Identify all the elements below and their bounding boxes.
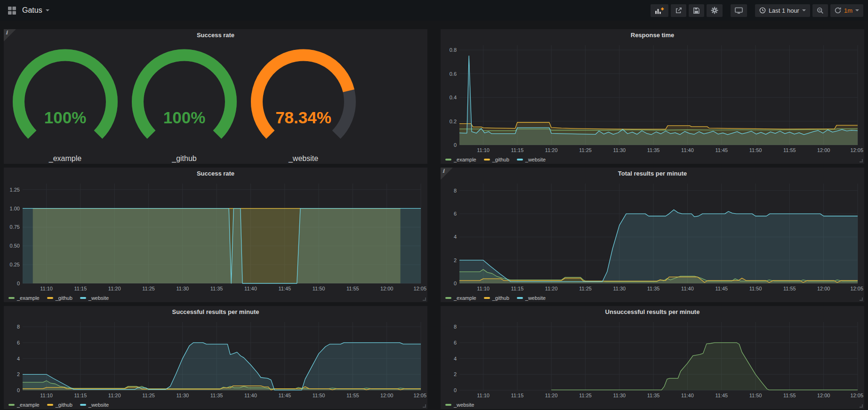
- svg-text:11:20: 11:20: [545, 286, 558, 291]
- svg-text:11:25: 11:25: [142, 393, 155, 398]
- legend-item-_example[interactable]: _example: [445, 295, 476, 301]
- resize-handle[interactable]: [860, 404, 863, 408]
- add-panel-button[interactable]: [651, 4, 668, 17]
- svg-text:8: 8: [454, 188, 457, 193]
- svg-text:11:30: 11:30: [176, 393, 189, 398]
- svg-text:0.6: 0.6: [450, 71, 457, 77]
- svg-text:0: 0: [17, 387, 20, 393]
- legend-item-_example[interactable]: _example: [445, 157, 476, 162]
- legend-item-_website[interactable]: _website: [517, 157, 546, 162]
- gauge-_example[interactable]: 100%_example: [6, 41, 125, 163]
- total-results-chart[interactable]: 11:1011:1511:2011:2511:3011:3511:4011:45…: [441, 180, 864, 293]
- settings-button[interactable]: [707, 4, 723, 17]
- svg-text:6: 6: [17, 340, 20, 346]
- gauge-value: 100%: [44, 108, 87, 127]
- svg-text:11:20: 11:20: [545, 147, 558, 153]
- panel-title[interactable]: Total results per minute: [441, 168, 864, 180]
- refresh-interval-label: 1m: [844, 7, 852, 14]
- svg-text:11:40: 11:40: [681, 286, 694, 291]
- legend-item-_website[interactable]: _website: [80, 402, 109, 408]
- svg-text:11:40: 11:40: [681, 147, 694, 153]
- resize-handle[interactable]: [423, 404, 426, 408]
- zoom-out-button[interactable]: [812, 4, 828, 17]
- gauge-label: _example: [6, 154, 125, 163]
- legend-swatch: [80, 297, 86, 299]
- legend-item-_github[interactable]: _github: [47, 402, 72, 408]
- panel-title[interactable]: Unsuccessful results per minute: [441, 306, 864, 318]
- panel-total-results: i Total results per minute 11:1011:1511:…: [441, 168, 864, 302]
- resize-handle[interactable]: [860, 159, 863, 162]
- svg-text:11:30: 11:30: [613, 286, 626, 291]
- svg-text:11:35: 11:35: [647, 147, 660, 153]
- svg-text:2: 2: [454, 371, 457, 377]
- svg-text:12:00: 12:00: [817, 147, 830, 153]
- share-icon: [675, 7, 682, 14]
- svg-text:4: 4: [454, 356, 457, 362]
- response-time-chart[interactable]: 11:1011:1511:2011:2511:3011:3511:4011:45…: [441, 41, 864, 154]
- refresh-button[interactable]: 1m: [830, 4, 863, 17]
- svg-text:11:45: 11:45: [278, 393, 291, 398]
- gauge-_website[interactable]: 78.34%_website: [244, 41, 363, 163]
- chart-legend: _example_github_website: [445, 295, 546, 301]
- svg-text:11:50: 11:50: [313, 286, 325, 291]
- successful-results-chart[interactable]: 11:1011:1511:2011:2511:3011:3511:4011:45…: [4, 318, 427, 400]
- panel-success-rate-gauges: i Success rate 100%_example100%_github78…: [4, 29, 427, 164]
- resize-handle[interactable]: [423, 297, 426, 301]
- svg-text:11:15: 11:15: [74, 286, 87, 291]
- legend-item-_github[interactable]: _github: [484, 157, 509, 162]
- svg-text:1.25: 1.25: [10, 187, 20, 193]
- gauge-value: 78.34%: [275, 108, 331, 127]
- legend-item-_github[interactable]: _github: [47, 295, 72, 301]
- svg-text:11:40: 11:40: [681, 393, 694, 398]
- legend-item-_example[interactable]: _example: [8, 295, 40, 301]
- navbar: Gatus Last 1 hour 1m: [0, 0, 868, 21]
- svg-text:11:50: 11:50: [749, 147, 762, 153]
- share-button[interactable]: [671, 4, 686, 17]
- panel-successful-results: Successful results per minute 11:1011:15…: [4, 306, 427, 409]
- svg-text:12:05: 12:05: [850, 286, 863, 291]
- svg-text:0: 0: [454, 281, 457, 286]
- legend-item-_example[interactable]: _example: [8, 402, 40, 408]
- toolbar: Last 1 hour 1m: [648, 4, 863, 17]
- svg-text:12:05: 12:05: [850, 147, 863, 153]
- legend-item-_website[interactable]: _website: [445, 402, 474, 408]
- svg-text:11:50: 11:50: [749, 393, 762, 398]
- svg-text:11:25: 11:25: [579, 147, 592, 153]
- svg-text:0: 0: [17, 281, 20, 286]
- panel-title[interactable]: Successful results per minute: [4, 306, 427, 318]
- svg-text:11:30: 11:30: [613, 393, 626, 398]
- panel-title[interactable]: Success rate: [4, 29, 427, 41]
- unsuccessful-results-chart[interactable]: 11:1011:1511:2011:2511:3011:3511:4011:45…: [441, 318, 864, 400]
- panel-title[interactable]: Success rate: [4, 168, 427, 180]
- svg-text:4: 4: [17, 356, 20, 362]
- resize-handle[interactable]: [860, 297, 863, 301]
- svg-text:12:00: 12:00: [817, 286, 830, 291]
- magnifier-minus-icon: [817, 7, 824, 14]
- dashboard-grid-icon[interactable]: [8, 6, 16, 15]
- time-range-label: Last 1 hour: [769, 7, 799, 14]
- time-range-button[interactable]: Last 1 hour: [755, 4, 810, 17]
- panel-info-icon[interactable]: i: [4, 29, 16, 41]
- svg-text:11:15: 11:15: [511, 147, 524, 153]
- svg-text:11:40: 11:40: [244, 286, 257, 291]
- panel-info-icon[interactable]: i: [441, 168, 453, 180]
- svg-text:2: 2: [17, 371, 20, 377]
- success-rate-chart[interactable]: 11:1011:1511:2011:2511:3011:3511:4011:45…: [4, 180, 427, 293]
- svg-text:12:00: 12:00: [380, 286, 394, 291]
- svg-text:0: 0: [454, 142, 457, 148]
- svg-text:8: 8: [17, 324, 20, 330]
- svg-text:4: 4: [454, 234, 457, 240]
- panel-response-time: Response time 11:1011:1511:2011:2511:301…: [441, 29, 864, 164]
- dashboard-title[interactable]: Gatus: [22, 6, 42, 15]
- svg-text:12:00: 12:00: [380, 393, 394, 398]
- tv-mode-button[interactable]: [731, 4, 747, 17]
- legend-item-_github[interactable]: _github: [484, 295, 509, 301]
- svg-text:8: 8: [454, 324, 457, 330]
- gauge-_github[interactable]: 100%_github: [125, 41, 244, 163]
- save-button[interactable]: [689, 4, 704, 17]
- panel-title[interactable]: Response time: [441, 29, 864, 41]
- chart-legend: _example_github_website: [8, 295, 109, 301]
- legend-item-_website[interactable]: _website: [517, 295, 546, 301]
- info-letter: i: [442, 168, 444, 174]
- legend-item-_website[interactable]: _website: [80, 295, 109, 301]
